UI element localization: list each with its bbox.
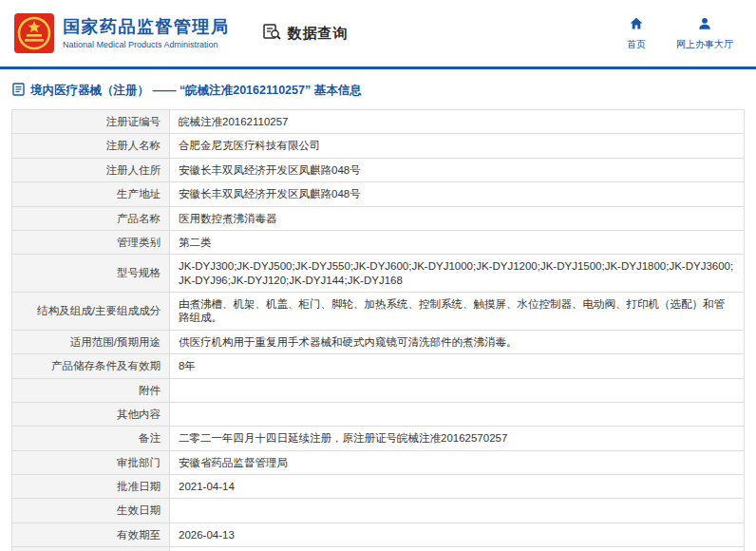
row-label: 批准日期 (12, 475, 170, 499)
registration-info-table: 注册证编号 皖械注准20162110257 注册人名称 合肥金尼克医疗科技有限公… (11, 109, 745, 551)
row-value: 第二类 (170, 230, 745, 254)
table-row: 注册人名称 合肥金尼克医疗科技有限公司 (12, 134, 745, 158)
table-row: 批准日期 2021-04-14 (12, 475, 745, 499)
row-label: 有效期至 (12, 522, 170, 546)
row-value: 合肥金尼克医疗科技有限公司 (170, 134, 745, 158)
nav-service-hall-label: 网上办事大厅 (676, 38, 733, 51)
table-row: 注册证编号 皖械注准20162110257 (12, 110, 745, 134)
agency-name-en: National Medical Products Administration (63, 40, 230, 49)
row-value (170, 547, 745, 551)
row-label: 审批部门 (12, 450, 170, 474)
row-value: 2021-04-14 (170, 475, 745, 499)
document-icon (12, 83, 25, 99)
row-value: 安徽长丰双凤经济开发区凤麒路048号 (170, 158, 745, 181)
table-row: 备注 二零二一年四月十四日延续注册，原注册证号皖械注准20162570257 (12, 427, 745, 450)
row-value: JK-DYJ300;JK-DYJ500;JK-DYJ550;JK-DYJ600;… (170, 255, 745, 293)
brand: 国家药品监督管理局 National Medical Products Admi… (13, 12, 230, 54)
table-row: 生产地址 安徽长丰双凤经济开发区凤麒路048号 (12, 182, 745, 206)
row-value: 2026-04-13 (170, 522, 745, 546)
header: 国家药品监督管理局 National Medical Products Admi… (0, 0, 756, 66)
brand-text: 国家药品监督管理局 National Medical Products Admi… (63, 17, 230, 50)
row-value: 供医疗机构用于重复用手术器械和硬式内窥镜可清洗部件的煮沸消毒。 (170, 330, 745, 353)
table-row: 审批部门 安徽省药品监督管理局 (12, 450, 745, 474)
row-label: 生产地址 (12, 182, 170, 206)
row-label: 适用范围/预期用途 (12, 330, 170, 353)
table-row: 附件 (12, 378, 745, 402)
breadcrumb: 境内医疗器械（注册） —— “皖械注准20162110257” 基本信息 (0, 69, 756, 107)
table-row: 管理类别 第二类 (12, 230, 745, 254)
row-label: 注册人住所 (12, 158, 170, 181)
row-label: 生效日期 (12, 499, 170, 522)
row-label: 型号规格 (12, 255, 170, 293)
row-value: 由煮沸槽、机架、机盖、柜门、脚轮、加热系统、控制系统、触摸屏、水位控制器、电动阀… (170, 293, 745, 331)
row-value (170, 499, 745, 522)
table-row: 变更情况 (12, 547, 745, 551)
row-label: 备注 (12, 427, 170, 450)
row-label: 注册人名称 (12, 134, 170, 158)
row-value: 安徽长丰双凤经济开发区凤麒路048号 (170, 182, 745, 206)
table-row: 其他内容 (12, 402, 745, 426)
nav-home[interactable]: 首页 (627, 16, 646, 51)
row-label: 附件 (12, 378, 170, 402)
breadcrumb-text: 境内医疗器械（注册） —— “皖械注准20162110257” 基本信息 (30, 83, 362, 99)
row-label: 产品名称 (12, 206, 170, 230)
section-title-wrap: 数据查询 (262, 22, 349, 46)
home-icon (629, 16, 644, 35)
row-value: 皖械注准20162110257 (170, 110, 745, 134)
nav-home-label: 首页 (627, 38, 646, 51)
table-row: 有效期至 2026-04-13 (12, 522, 745, 546)
row-value: 安徽省药品监督管理局 (170, 450, 745, 474)
row-value (170, 402, 745, 426)
section-title: 数据查询 (288, 25, 349, 43)
row-label: 产品储存条件及有效期 (12, 354, 170, 378)
row-value (170, 378, 745, 402)
row-label: 管理类别 (12, 230, 170, 254)
row-label: 结构及组成/主要组成成分 (12, 293, 170, 331)
table-row: 生效日期 (12, 499, 745, 522)
row-value: 二零二一年四月十四日延续注册，原注册证号皖械注准20162570257 (170, 427, 745, 450)
nav-service-hall[interactable]: 网上办事大厅 (676, 16, 733, 51)
agency-name-cn: 国家药品监督管理局 (63, 17, 230, 38)
table-row: 型号规格 JK-DYJ300;JK-DYJ500;JK-DYJ550;JK-DY… (12, 255, 745, 293)
person-icon (697, 16, 712, 35)
table-row: 产品储存条件及有效期 8年 (12, 354, 745, 378)
table-row: 产品名称 医用数控煮沸消毒器 (12, 206, 745, 230)
data-query-icon (262, 22, 282, 46)
national-emblem-icon (13, 12, 55, 54)
table-row: 适用范围/预期用途 供医疗机构用于重复用手术器械和硬式内窥镜可清洗部件的煮沸消毒… (12, 330, 745, 353)
table-row: 注册人住所 安徽长丰双凤经济开发区凤麒路048号 (12, 158, 745, 181)
table-row: 结构及组成/主要组成成分 由煮沸槽、机架、机盖、柜门、脚轮、加热系统、控制系统、… (12, 293, 745, 331)
row-value: 医用数控煮沸消毒器 (170, 206, 745, 230)
row-label: 其他内容 (12, 402, 170, 426)
row-label: 注册证编号 (12, 110, 170, 134)
top-nav: 首页 网上办事大厅 (627, 16, 733, 51)
row-value: 8年 (170, 354, 745, 378)
row-label: 变更情况 (12, 547, 170, 551)
